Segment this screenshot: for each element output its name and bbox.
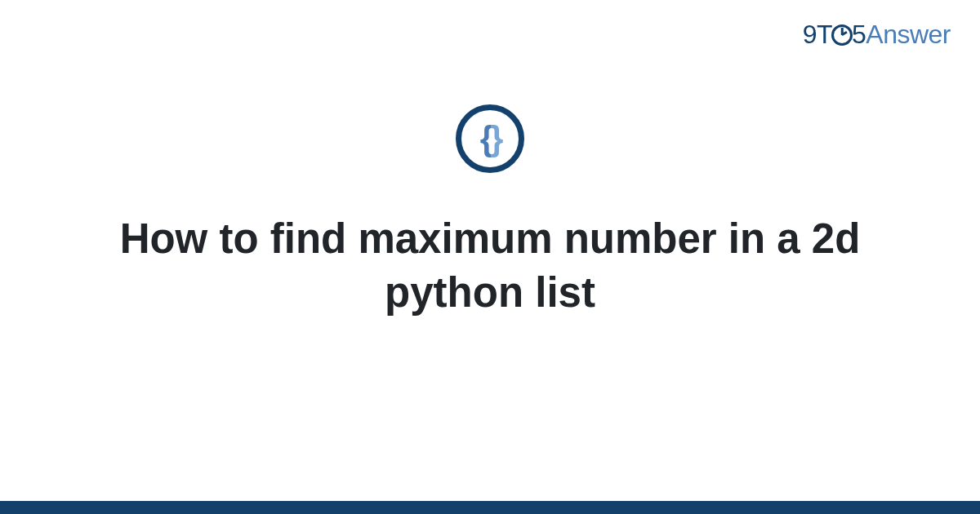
- brand-prefix: 9T: [803, 20, 832, 49]
- left-brace: {: [480, 119, 490, 157]
- brand-suffix: 5: [852, 20, 866, 49]
- clock-icon: [831, 24, 853, 46]
- code-braces-icon: {}: [456, 104, 524, 173]
- brand-word: Answer: [866, 20, 951, 49]
- main-content: {} How to find maximum number in a 2d py…: [0, 104, 980, 321]
- braces-glyph: {}: [480, 122, 501, 156]
- page-title: How to find maximum number in a 2d pytho…: [0, 212, 980, 321]
- brand-logo: 9T5Answer: [803, 20, 951, 50]
- right-brace: }: [490, 119, 500, 157]
- footer-accent-bar: [0, 501, 980, 514]
